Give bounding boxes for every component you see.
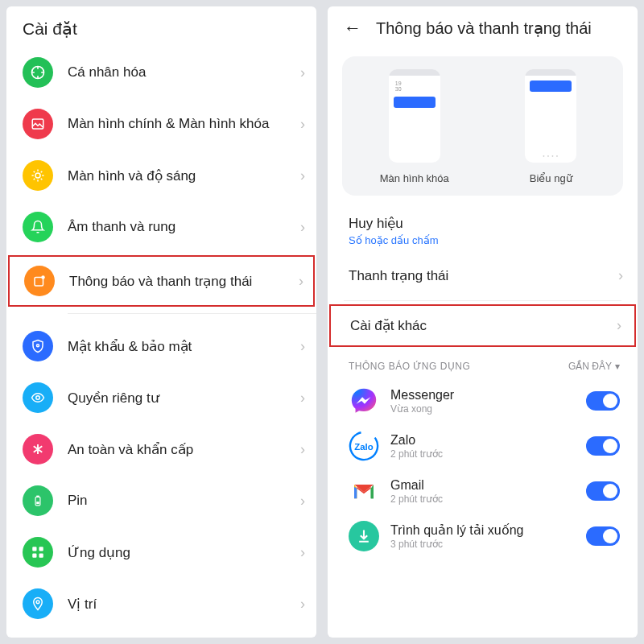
filter-recent[interactable]: GẦN ĐÂY ▾	[568, 361, 620, 372]
svg-point-2	[35, 173, 40, 178]
preview-selector: 1930 Màn hình khóa ● ● ● ● Biểu ngữ	[342, 56, 623, 196]
gmail-icon	[349, 476, 379, 506]
settings-item-notifications[interactable]: Thông báo và thanh trạng thái ›	[8, 255, 315, 307]
svg-rect-13	[39, 554, 43, 558]
settings-item-security[interactable]: Mật khẩu & bảo mật ›	[6, 320, 316, 372]
notifications-settings-screen: ← Thông báo và thanh trạng thái 1930 Màn…	[328, 6, 638, 638]
picture-icon	[23, 109, 53, 139]
svg-point-5	[37, 345, 39, 347]
svg-point-4	[41, 275, 45, 279]
svg-rect-10	[32, 547, 36, 551]
badge-row[interactable]: Huy hiệu Số hoặc dấu chấm	[328, 207, 638, 254]
brightness-icon	[23, 160, 53, 191]
page-title: Cài đặt	[6, 6, 316, 47]
caret-down-icon: ▾	[615, 361, 620, 372]
app-row-download-manager[interactable]: Trình quản lý tải xuống 3 phút trước	[328, 514, 638, 559]
app-notifications-header: THÔNG BÁO ỨNG DỤNG GẦN ĐÂY ▾	[328, 349, 638, 378]
settings-item-home-lock[interactable]: Màn hình chính & Màn hình khóa ›	[6, 98, 316, 150]
other-settings-row[interactable]: Cài đặt khác ›	[329, 304, 636, 347]
compass-icon	[23, 57, 53, 88]
svg-rect-7	[35, 497, 40, 506]
page-title: Thông báo và thanh trạng thái	[376, 19, 592, 38]
settings-item-emergency[interactable]: An toàn và khẩn cấp ›	[6, 423, 316, 475]
divider	[344, 300, 621, 301]
settings-item-privacy[interactable]: Quyền riêng tư ›	[6, 372, 316, 423]
eye-icon	[23, 382, 53, 413]
settings-item-display[interactable]: Màn hình và độ sáng ›	[6, 150, 316, 201]
apps-icon	[23, 537, 53, 568]
chevron-right-icon: ›	[617, 317, 621, 334]
chevron-right-icon: ›	[300, 544, 305, 561]
settings-item-sound[interactable]: Âm thanh và rung ›	[6, 201, 316, 253]
toggle-download[interactable]	[586, 526, 620, 546]
settings-item-apps[interactable]: Ứng dụng ›	[6, 526, 316, 578]
chevron-right-icon: ›	[300, 441, 305, 458]
toggle-gmail[interactable]	[586, 481, 620, 501]
lockscreen-preview-icon: 1930	[389, 69, 440, 163]
settings-screen: Cài đặt Cá nhân hóa › Màn hình chính & M…	[6, 6, 316, 638]
divider	[68, 313, 316, 314]
download-icon	[349, 521, 379, 551]
bell-icon	[23, 212, 53, 242]
svg-rect-12	[32, 554, 36, 558]
svg-rect-9	[36, 502, 39, 504]
chevron-right-icon: ›	[300, 390, 305, 407]
location-icon	[23, 588, 53, 619]
zalo-icon: Zalo	[349, 431, 379, 461]
app-row-zalo[interactable]: Zalo Zalo 2 phút trước	[328, 423, 638, 469]
chevron-right-icon: ›	[300, 338, 305, 355]
svg-rect-8	[37, 496, 39, 497]
toggle-zalo[interactable]	[586, 436, 620, 456]
preview-lockscreen[interactable]: 1930 Màn hình khóa	[350, 69, 479, 184]
banner-preview-icon: ● ● ● ●	[525, 69, 576, 163]
notification-icon	[24, 266, 55, 296]
settings-item-battery[interactable]: Pin ›	[6, 475, 316, 526]
shield-icon	[23, 331, 53, 361]
settings-list: Cá nhân hóa › Màn hình chính & Màn hình …	[6, 47, 316, 630]
settings-item-location[interactable]: Vị trí ›	[6, 578, 316, 630]
chevron-right-icon: ›	[300, 167, 305, 184]
chevron-right-icon: ›	[300, 64, 305, 81]
messenger-icon	[349, 386, 379, 416]
chevron-right-icon: ›	[618, 267, 623, 284]
svg-text:Zalo: Zalo	[354, 442, 373, 452]
chevron-right-icon: ›	[299, 273, 303, 290]
toggle-messenger[interactable]	[586, 391, 620, 411]
chevron-right-icon: ›	[300, 116, 305, 133]
status-bar-row[interactable]: Thanh trạng thái ›	[328, 254, 638, 297]
svg-point-6	[36, 396, 40, 400]
settings-item-personalization[interactable]: Cá nhân hóa ›	[6, 47, 316, 98]
app-row-messenger[interactable]: Messenger Vừa xong	[328, 378, 638, 423]
chevron-right-icon: ›	[300, 596, 305, 613]
svg-rect-11	[39, 547, 43, 551]
svg-point-14	[36, 601, 39, 604]
battery-icon	[23, 485, 53, 516]
chevron-right-icon: ›	[300, 219, 305, 236]
back-arrow-icon[interactable]: ←	[344, 18, 361, 39]
preview-banner[interactable]: ● ● ● ● Biểu ngữ	[487, 69, 616, 184]
asterisk-icon	[23, 434, 53, 464]
chevron-right-icon: ›	[300, 493, 305, 510]
app-row-gmail[interactable]: Gmail 2 phút trước	[328, 469, 638, 514]
